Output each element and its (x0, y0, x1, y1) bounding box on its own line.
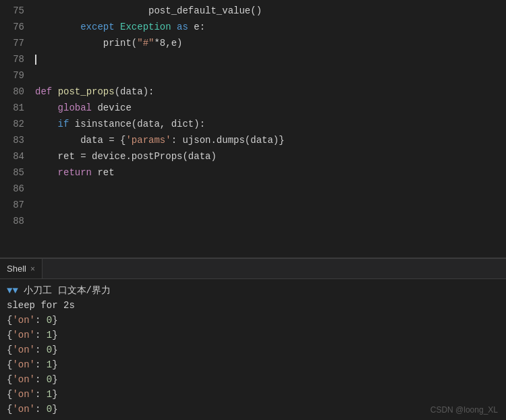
line-content: except Exception as e: (35, 19, 205, 35)
arrow-indicator: ▼▼ (7, 285, 18, 296)
line-number: 87 (0, 197, 35, 213)
line-number: 76 (0, 19, 35, 35)
dict-key: 'on' (12, 389, 35, 400)
dict-key: 'on' (12, 404, 35, 415)
dict-value: 1 (47, 359, 52, 370)
code-line: 87 (0, 197, 506, 213)
dict-end: } (52, 389, 57, 400)
dict-key: 'on' (12, 315, 35, 326)
shell-output-line: {'on': 1} (7, 387, 499, 402)
line-content (35, 51, 36, 67)
line-number: 83 (0, 132, 35, 148)
shell-output-line: {'on': 0} (7, 342, 499, 357)
line-content: ret = device.postProps(data) (35, 148, 217, 164)
shell-tab[interactable]: Shell × (0, 259, 43, 278)
code-line: 76 except Exception as e: (0, 19, 506, 35)
line-content: global device (35, 100, 132, 116)
code-line: 88 (0, 213, 506, 229)
dict-colon: : (35, 315, 47, 326)
line-number: 75 (0, 3, 35, 19)
code-line: 80def post_props(data): (0, 84, 506, 100)
dict-colon: : (35, 344, 47, 355)
shell-output-line: sleep for 2s (7, 298, 499, 313)
dict-colon: : (35, 374, 47, 385)
shell-text: 小刀工 口文本/界力 (18, 285, 111, 296)
dict-key: 'on' (12, 330, 35, 340)
code-line: 75 post_default_value() (0, 3, 506, 19)
shell-output-line: {'on': 0} (7, 372, 499, 387)
line-number: 80 (0, 84, 35, 100)
dict-end: } (52, 359, 57, 370)
dict-value: 0 (47, 404, 52, 415)
shell-tabbar: Shell × (0, 259, 506, 279)
shell-output-line: ▼▼ 小刀工 口文本/界力 (7, 283, 499, 298)
line-number: 78 (0, 51, 35, 67)
dict-end: } (52, 404, 57, 415)
shell-output-line: {'on': 0} (7, 313, 499, 328)
line-content: if isinstance(data, dict): (35, 116, 205, 132)
watermark: CSDN @loong_XL (430, 405, 498, 415)
dict-colon: : (35, 404, 47, 415)
line-number: 88 (0, 213, 35, 229)
line-number: 84 (0, 148, 35, 164)
line-content: def post_props(data): (35, 84, 154, 100)
code-line: 86 (0, 181, 506, 197)
line-number: 85 (0, 164, 35, 181)
code-line: 83 data = {'params': ujson.dumps(data)} (0, 132, 506, 148)
line-content: data = {'params': ujson.dumps(data)} (35, 132, 285, 148)
dict-end: } (52, 330, 57, 340)
shell-output-line: {'on': 1} (7, 328, 499, 342)
line-number: 81 (0, 100, 35, 116)
code-line: 85 return ret (0, 164, 506, 181)
line-content: post_default_value() (35, 3, 262, 19)
dict-value: 1 (47, 330, 52, 340)
line-number: 77 (0, 35, 35, 51)
code-line: 77 print("#"*8,e) (0, 35, 506, 51)
dict-end: } (52, 344, 57, 355)
code-lines: 75 post_default_value()76 except Excepti… (0, 0, 506, 232)
code-line: 82 if isinstance(data, dict): (0, 116, 506, 132)
code-line: 79 (0, 67, 506, 84)
code-line: 81 global device (0, 100, 506, 116)
dict-key: 'on' (12, 374, 35, 385)
shell-output: ▼▼ 小刀工 口文本/界力sleep for 2s{'on': 0}{'on':… (0, 279, 506, 420)
dict-value: 0 (47, 344, 52, 355)
line-number: 86 (0, 181, 35, 197)
dict-colon: : (35, 389, 47, 400)
shell-tab-close[interactable]: × (30, 264, 35, 274)
line-content: return ret (35, 164, 115, 181)
code-line: 78 (0, 51, 506, 67)
dict-end: } (52, 315, 57, 326)
dict-key: 'on' (12, 359, 35, 370)
line-number: 79 (0, 67, 35, 84)
shell-output-line: {'on': 1} (7, 357, 499, 372)
dict-value: 1 (47, 389, 52, 400)
dict-end: } (52, 374, 57, 385)
code-editor: 75 post_default_value()76 except Excepti… (0, 0, 506, 258)
dict-value: 0 (47, 315, 52, 326)
dict-colon: : (35, 330, 47, 340)
code-line: 84 ret = device.postProps(data) (0, 148, 506, 164)
dict-value: 0 (47, 374, 52, 385)
shell-tab-label: Shell (7, 264, 26, 274)
text-cursor (35, 55, 36, 65)
shell-output-line: {'on': 0} (7, 402, 499, 417)
dict-key: 'on' (12, 344, 35, 355)
dict-colon: : (35, 359, 47, 370)
line-content: print("#"*8,e) (35, 35, 182, 51)
line-number: 82 (0, 116, 35, 132)
